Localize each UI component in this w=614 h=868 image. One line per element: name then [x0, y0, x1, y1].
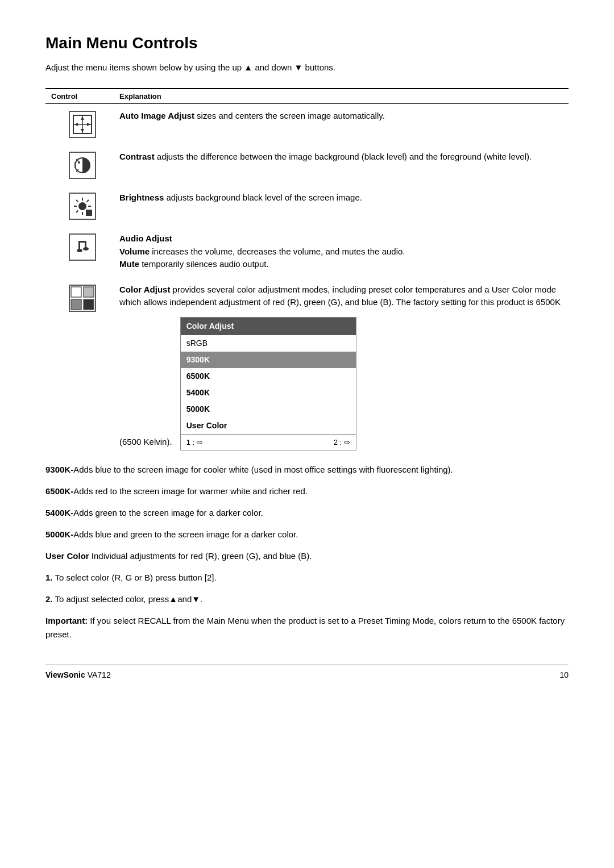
- footer-page: 10: [559, 670, 569, 679]
- cam-item-5000k[interactable]: 5000K: [181, 401, 356, 418]
- svg-point-28: [77, 249, 82, 252]
- svg-marker-5: [74, 123, 78, 126]
- color-adjust-menu: Color Adjust sRGB 9300K 6500K 5400K 5000…: [180, 317, 356, 451]
- intro-text: Adjust the menu items shown below by usi…: [45, 62, 569, 72]
- svg-rect-24: [86, 210, 92, 216]
- explanation-audio: Audio Adjust Volume increases the volume…: [119, 232, 569, 271]
- explanation-auto-image: Auto Image Adjust sizes and centers the …: [119, 110, 569, 123]
- explanation-brightness: Brightness adjusts background black leve…: [119, 191, 569, 205]
- cam-item-9300k[interactable]: 9300K: [181, 352, 356, 368]
- content-rows: Auto Image Adjust sizes and centers the …: [45, 110, 569, 450]
- footer-brand-model: ViewSonic VA712: [45, 670, 111, 679]
- cam-header: Color Adjust: [181, 318, 356, 335]
- svg-rect-31: [84, 287, 94, 297]
- icon-cell-contrast: [45, 151, 119, 179]
- cam-item-6500k[interactable]: 6500K: [181, 368, 356, 385]
- page-title: Main Menu Controls: [45, 34, 569, 52]
- important-note: Important: If you select RECALL from the…: [45, 614, 569, 641]
- numbered-steps: 1. To select color (R, G or B) press but…: [45, 571, 569, 606]
- svg-point-8: [78, 161, 80, 164]
- step-2: 2. To adjust selected color, press▲and▼.: [45, 592, 569, 606]
- svg-line-19: [76, 200, 78, 202]
- footer-model: VA712: [88, 670, 111, 679]
- brightness-bold: Brightness: [119, 193, 164, 202]
- color-adjust-icon: [69, 285, 96, 312]
- icon-cell-color: [45, 283, 119, 312]
- svg-line-21: [87, 200, 89, 202]
- color-adjust-bold: Color Adjust: [119, 285, 170, 294]
- icon-cell-audio: [45, 232, 119, 261]
- cam-item-user-color[interactable]: User Color: [181, 418, 356, 434]
- brightness-icon: [69, 193, 96, 220]
- audio-adjust-title: Audio Adjust: [119, 233, 172, 243]
- row-color-adjust: Color Adjust provides several color adju…: [45, 283, 569, 451]
- mute-text: temporarily silences audio output.: [139, 259, 269, 269]
- contrast-text: adjusts the difference between the image…: [155, 152, 532, 161]
- svg-rect-30: [71, 287, 81, 297]
- svg-rect-26: [78, 241, 80, 250]
- cam-footer-left: 1 : ⇨: [186, 437, 203, 448]
- para-9300k: 9300K-Adds blue to the screen image for …: [45, 463, 569, 477]
- svg-line-22: [76, 211, 78, 213]
- cam-footer-right: 2 : ⇨: [334, 437, 350, 448]
- auto-image-text: sizes and centers the screen image autom…: [194, 111, 385, 120]
- row-audio: Audio Adjust Volume increases the volume…: [45, 232, 569, 271]
- svg-point-29: [83, 247, 89, 251]
- volume-text: increases the volume, decreases the volu…: [150, 247, 405, 256]
- row-auto-image: Auto Image Adjust sizes and centers the …: [45, 110, 569, 138]
- row-contrast: Contrast adjusts the difference between …: [45, 151, 569, 179]
- contrast-icon: [69, 152, 96, 179]
- svg-rect-33: [84, 299, 94, 310]
- explanation-color: Color Adjust provides several color adju…: [119, 283, 569, 451]
- svg-marker-6: [87, 123, 90, 126]
- footer-brand: ViewSonic: [45, 670, 85, 679]
- svg-marker-3: [81, 116, 84, 120]
- footer: ViewSonic VA712 10: [45, 664, 569, 679]
- col-explanation-header: Explanation: [119, 92, 161, 101]
- icon-cell-auto-image: [45, 110, 119, 138]
- para-6500k: 6500K-Adds red to the screen image for w…: [45, 485, 569, 498]
- col-control-header: Control: [45, 92, 119, 101]
- auto-image-bold: Auto Image Adjust: [119, 111, 194, 120]
- volume-bold: Volume: [119, 247, 150, 256]
- explanation-contrast: Contrast adjusts the difference between …: [119, 151, 569, 164]
- auto-image-icon: [69, 111, 96, 138]
- cam-footer: 1 : ⇨ 2 : ⇨: [181, 434, 356, 450]
- contrast-bold: Contrast: [119, 152, 155, 161]
- row-brightness: Brightness adjusts background black leve…: [45, 191, 569, 220]
- cam-item-srgb[interactable]: sRGB: [181, 335, 356, 352]
- icon-cell-brightness: [45, 191, 119, 220]
- para-5400k: 5400K-Adds green to the screen image for…: [45, 506, 569, 520]
- svg-point-14: [78, 202, 86, 210]
- audio-icon: [69, 233, 96, 261]
- step-1: 1. To select color (R, G or B) press but…: [45, 571, 569, 585]
- para-5000k: 5000K-Adds blue and green to the screen …: [45, 528, 569, 541]
- mute-bold: Mute: [119, 259, 139, 269]
- brightness-text: adjusts background black level of the sc…: [164, 193, 362, 202]
- svg-rect-32: [71, 299, 81, 310]
- cam-item-5400k[interactable]: 5400K: [181, 385, 356, 401]
- table-header: Control Explanation: [45, 88, 569, 104]
- para-user-color: User Color Individual adjustments for re…: [45, 549, 569, 563]
- svg-marker-4: [81, 129, 84, 132]
